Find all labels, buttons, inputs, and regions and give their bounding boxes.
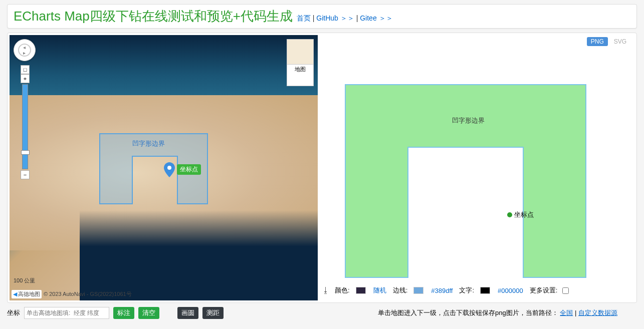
ocean-decor [80,210,318,300]
color-swatch[interactable] [356,287,366,294]
compass-control[interactable] [14,39,36,61]
coord-label: 坐标 [7,308,20,317]
border-value[interactable]: #389dff [430,286,454,295]
chart-options: ⭳ 颜色: 随机 边线: #389dff 文字: #000000 更多设置: [322,282,630,298]
header-links: 首页 | GitHub ＞＞ | Gitee ＞＞ [297,14,393,23]
text-swatch[interactable] [480,287,490,294]
home-link[interactable]: 首页 [297,14,311,22]
pin-icon [164,162,175,177]
border-label: 边线: [393,286,408,295]
maptype-label: 地图 [287,65,313,74]
text-label: 文字: [459,286,474,295]
zoom-thumb[interactable] [21,150,30,155]
zoom-in-button[interactable]: + [21,74,30,83]
maptype-preview [287,40,313,65]
chart-point: 坐标点 [507,210,534,219]
circle-button[interactable]: 画圆 [177,307,198,319]
measure-button[interactable]: 测距 [202,307,224,319]
chart-polygon-label: 凹字形边界 [452,116,485,125]
mark-button[interactable]: 标注 [113,307,134,319]
zoom-out-button[interactable]: − [21,170,30,179]
text-value[interactable]: #000000 [496,286,525,295]
color-label: 颜色: [335,286,350,295]
zoom-reset-button[interactable]: □ [21,65,30,74]
dot-icon [507,212,512,217]
maptype-switcher[interactable]: 地图 [287,39,314,86]
custom-source-link[interactable]: 自定义数据源 [578,309,617,316]
gitee-link[interactable]: Gitee ＞＞ [360,14,392,22]
more-checkbox[interactable] [562,287,569,294]
zoom-slider[interactable] [22,84,28,169]
clear-button[interactable]: 清空 [138,307,159,319]
amap-panel[interactable]: □ + − 地图 凹字形边界 坐标点 100 公里 ◀高德地图 © 2023 A… [10,35,318,300]
border-swatch[interactable] [413,287,423,294]
chart-panel: PNG SVG 凹字形边界 坐标点 ⭳ 颜色: 随机 边线: #389dff 文… [318,35,634,300]
page-title: ECharts Map四级下钻在线测试和预览+代码生成 [14,8,293,25]
more-label: 更多设置: [530,286,558,295]
map-marker[interactable]: 坐标点 [164,162,175,179]
coord-input[interactable] [24,307,109,319]
scale-bar: 100 公里 [14,277,35,284]
tab-svg[interactable]: SVG [610,37,630,46]
zoom-control: □ + − [21,65,30,179]
marker-label: 坐标点 [177,164,201,175]
chart-polygon-u [343,82,588,280]
svg-point-0 [167,166,171,170]
github-link[interactable]: GitHub ＞＞ [316,14,354,22]
map-polygon-label: 凹字形边界 [132,139,165,148]
tab-png[interactable]: PNG [587,37,608,46]
maptype-alt [287,74,313,86]
color-value[interactable]: 随机 [372,285,388,295]
hint-text: 单击地图进入下一级，点击下载按钮保存png图片，当前路径： 全国 | 自定义数据… [228,308,637,317]
download-icon[interactable]: ⭳ [322,286,330,295]
path-link-root[interactable]: 全国 [560,309,573,316]
map-attribution: ◀高德地图 © 2023 AutoNavi - GS(2022)1061号 [12,290,132,298]
footer-bar: 坐标 标注 清空 画圆 测距 单击地图进入下一级，点击下载按钮保存png图片，当… [7,307,637,319]
amap-logo-icon: ◀ [13,291,17,297]
echarts-canvas[interactable]: 凹字形边界 坐标点 [322,50,630,282]
